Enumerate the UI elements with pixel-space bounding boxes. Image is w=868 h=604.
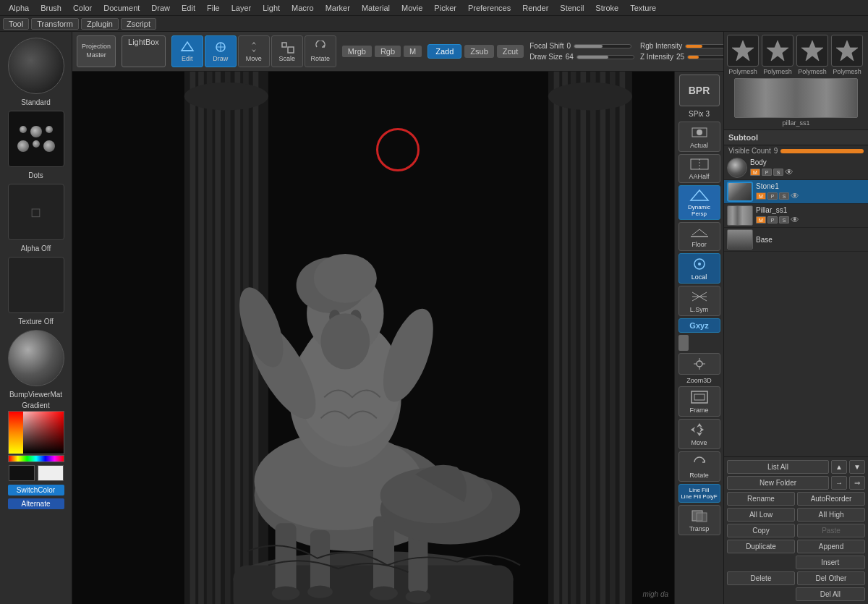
- thumb-item-4[interactable]: Polymesh: [831, 35, 863, 75]
- bpr-button[interactable]: BPR: [679, 75, 720, 106]
- projection-master-button[interactable]: Projection Master: [77, 35, 116, 67]
- gxyz-expand[interactable]: [678, 335, 689, 351]
- floor-button[interactable]: Floor: [678, 222, 720, 251]
- delete-button[interactable]: Delete: [727, 571, 795, 585]
- lightbox-button[interactable]: LightBox: [122, 35, 166, 67]
- thumb-icon-1[interactable]: [727, 35, 759, 67]
- transp-button[interactable]: Transp: [678, 505, 720, 535]
- alpha-preview[interactable]: ◻: [8, 184, 64, 240]
- pillar-toggle-2[interactable]: P: [767, 216, 778, 224]
- subtool-item-body[interactable]: Body M P S 👁: [724, 156, 868, 180]
- del-other-button[interactable]: Del Other: [797, 571, 865, 585]
- new-folder-action1[interactable]: →: [831, 476, 847, 490]
- paste-button[interactable]: Paste: [797, 524, 865, 537]
- menu-render[interactable]: Render: [516, 2, 554, 14]
- texture-preview[interactable]: [8, 257, 64, 313]
- menu-stroke[interactable]: Stroke: [590, 2, 624, 14]
- menu-document[interactable]: Document: [98, 2, 145, 14]
- move-rt-button[interactable]: Move: [678, 419, 720, 449]
- thumb-pillar-preview[interactable]: [734, 78, 859, 118]
- tool-btn-zplugin[interactable]: Zplugin: [81, 18, 119, 30]
- menu-edit[interactable]: Edit: [176, 2, 201, 14]
- menu-marker[interactable]: Marker: [320, 2, 356, 14]
- alternate-button[interactable]: Alternate: [8, 498, 64, 509]
- canvas-area[interactable]: migh da: [72, 72, 674, 604]
- menu-draw[interactable]: Draw: [145, 2, 176, 14]
- draw-button[interactable]: Draw: [205, 35, 237, 67]
- body-toggle-3[interactable]: S: [773, 169, 783, 176]
- menu-file[interactable]: File: [201, 2, 226, 14]
- stone1-eye-icon[interactable]: 👁: [791, 191, 799, 201]
- body-toggle-1[interactable]: M: [750, 169, 760, 176]
- zcut-button[interactable]: Zcut: [497, 45, 524, 58]
- subtool-item-stone1[interactable]: Stone1 M P S 👁: [724, 180, 868, 204]
- color-picker[interactable]: [8, 411, 64, 454]
- subtool-item-pillar[interactable]: Pillar_ss1 M P S 👁: [724, 204, 868, 228]
- menu-movie[interactable]: Movie: [396, 2, 428, 14]
- menu-stencil[interactable]: Stencil: [554, 2, 590, 14]
- pillar-toggle-1[interactable]: M: [756, 216, 766, 224]
- visible-count-slider[interactable]: [780, 149, 864, 153]
- scale-button[interactable]: Scale: [271, 35, 303, 67]
- auto-reorder-button[interactable]: AutoReorder: [797, 492, 865, 506]
- subtool-item-base[interactable]: Base: [724, 228, 868, 252]
- menu-macro[interactable]: Macro: [286, 2, 320, 14]
- tool-btn-zscript[interactable]: Zscript: [121, 18, 156, 30]
- body-eye-icon[interactable]: 👁: [785, 167, 793, 177]
- menu-picker[interactable]: Picker: [428, 2, 462, 14]
- thumb-item-pillar[interactable]: pillar_ss1: [727, 78, 865, 127]
- material-preview[interactable]: [8, 330, 64, 386]
- color-swatch-dark[interactable]: [9, 465, 35, 481]
- draw-size-slider[interactable]: [576, 55, 634, 59]
- lsym-button[interactable]: L.Sym: [678, 286, 720, 316]
- color-swatch-light[interactable]: [38, 465, 64, 481]
- menu-material[interactable]: Material: [356, 2, 396, 14]
- dynamic-persp-button[interactable]: DynamicPersp: [678, 185, 720, 220]
- stone1-toggle-3[interactable]: S: [779, 192, 789, 200]
- rotate-button[interactable]: Rotate: [305, 35, 336, 67]
- move-button[interactable]: Move: [238, 35, 270, 67]
- all-low-button[interactable]: All Low: [727, 508, 795, 522]
- rotate-rt-button[interactable]: Rotate: [678, 451, 720, 482]
- list-all-up[interactable]: ▲: [831, 460, 847, 474]
- menu-layer[interactable]: Layer: [226, 2, 258, 14]
- list-all-down[interactable]: ▼: [849, 460, 865, 474]
- zoom3d-label[interactable]: Zoom3D: [686, 377, 712, 384]
- local-button[interactable]: Local: [678, 253, 720, 284]
- thumb-icon-2[interactable]: [762, 35, 793, 67]
- insert-button[interactable]: Insert: [796, 556, 865, 569]
- focal-shift-slider[interactable]: [574, 44, 631, 48]
- stone1-toggle-1[interactable]: M: [756, 192, 766, 200]
- thumb-icon-3[interactable]: [796, 35, 828, 67]
- tool-btn-tool[interactable]: Tool: [3, 18, 29, 30]
- mrgb-button[interactable]: Mrgb: [342, 46, 372, 57]
- zadd-button[interactable]: Zadd: [427, 44, 461, 59]
- thumb-item-1[interactable]: Polymesh: [727, 35, 759, 75]
- thumb-item-3[interactable]: Polymesh: [796, 35, 828, 75]
- menu-alpha[interactable]: Alpha: [3, 2, 35, 14]
- menu-preferences[interactable]: Preferences: [462, 2, 516, 14]
- rename-button[interactable]: Rename: [727, 492, 795, 506]
- del-all-button[interactable]: Del All: [796, 587, 865, 601]
- aahalf-button[interactable]: AAHalf: [678, 154, 720, 183]
- menu-brush[interactable]: Brush: [35, 2, 67, 14]
- menu-texture[interactable]: Texture: [624, 2, 662, 14]
- polyf-button[interactable]: Line Fill Line Fill PolyF: [678, 484, 720, 503]
- new-folder-button[interactable]: New Folder: [727, 476, 829, 490]
- m-button[interactable]: M: [404, 46, 422, 57]
- new-folder-action2[interactable]: ⇒: [849, 476, 865, 490]
- gxyz-button[interactable]: Gxyz: [678, 318, 720, 333]
- list-all-button[interactable]: List All: [727, 460, 829, 474]
- duplicate-button[interactable]: Duplicate: [727, 540, 795, 553]
- z-intensity-slider[interactable]: [687, 55, 723, 59]
- brush-preview[interactable]: [8, 38, 64, 94]
- tool-btn-transform[interactable]: Transform: [31, 18, 79, 30]
- append-button[interactable]: Append: [797, 540, 865, 553]
- dots-preview[interactable]: [8, 111, 64, 167]
- switch-color-button[interactable]: SwitchColor: [8, 485, 64, 495]
- copy-button[interactable]: Copy: [727, 524, 795, 537]
- all-high-button[interactable]: AIl High: [797, 508, 865, 522]
- stone1-toggle-2[interactable]: P: [767, 192, 778, 200]
- menu-color[interactable]: Color: [67, 2, 98, 14]
- pillar-eye-icon[interactable]: 👁: [791, 215, 799, 225]
